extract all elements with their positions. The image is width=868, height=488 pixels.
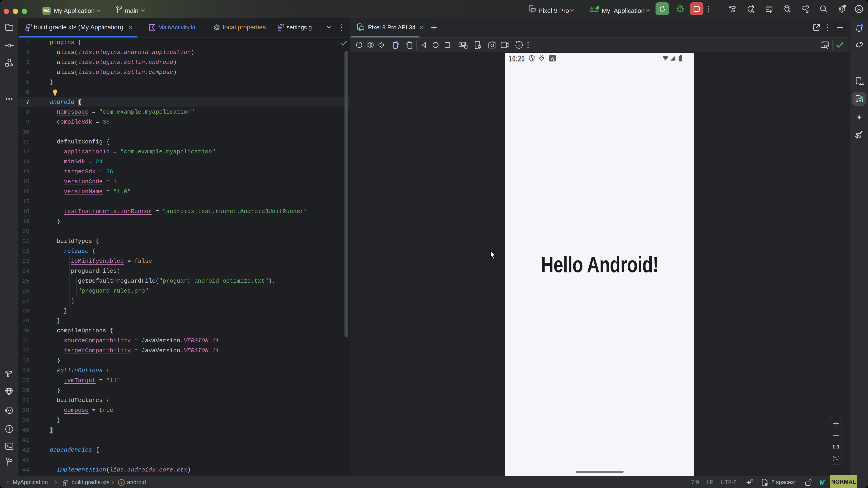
svg-text:A: A xyxy=(551,56,554,61)
